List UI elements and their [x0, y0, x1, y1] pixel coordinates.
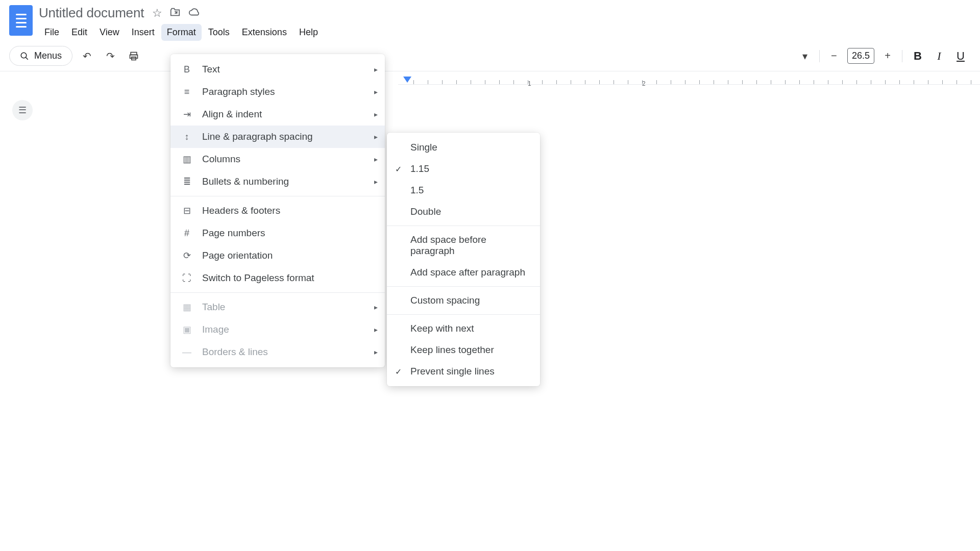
borders-lines-icon: — [181, 347, 193, 358]
menu-format[interactable]: Format [161, 24, 202, 41]
menu-item-label: Double [410, 206, 441, 217]
menu-item-1-15[interactable]: ✓1.15 [387, 158, 540, 180]
paragraph-styles-icon: ≡ [181, 87, 193, 97]
undo-button[interactable]: ↶ [78, 47, 96, 65]
zoom-value[interactable]: 26.5 [847, 48, 874, 64]
menu-edit[interactable]: Edit [66, 24, 93, 41]
menu-item-switch-to-pageless-format[interactable]: ⛶Switch to Pageless format [170, 267, 385, 289]
menu-item-prevent-single-lines[interactable]: ✓Prevent single lines [387, 361, 540, 382]
menu-item-columns[interactable]: ▥Columns▸ [170, 148, 385, 170]
menu-item-label: Text [202, 64, 220, 75]
menu-item-add-space-before-paragraph[interactable]: Add space before paragraph [387, 229, 540, 262]
menu-item-borders-lines: —Borders & lines▸ [170, 341, 385, 363]
menu-item-label: 1.15 [410, 163, 429, 174]
menu-item-line-paragraph-spacing[interactable]: ↕Line & paragraph spacing▸ [170, 126, 385, 148]
menubar: FileEditViewInsertFormatToolsExtensionsH… [39, 24, 324, 41]
star-icon[interactable]: ☆ [152, 7, 162, 20]
svg-rect-2 [130, 55, 138, 58]
page-orientation-icon: ⟳ [181, 250, 193, 261]
menu-item-1-5[interactable]: 1.5 [387, 180, 540, 201]
title-area: Untitled document ☆ FileEditViewInsertFo… [39, 5, 324, 41]
menu-item-headers-footers[interactable]: ⊟Headers & footers [170, 199, 385, 222]
align-indent-icon: ⇥ [181, 109, 193, 120]
menu-item-label: Paragraph styles [202, 86, 275, 97]
menu-extensions[interactable]: Extensions [236, 24, 292, 41]
chevron-right-icon: ▸ [374, 88, 378, 96]
menu-item-double[interactable]: Double [387, 201, 540, 222]
pageless-icon: ⛶ [181, 273, 193, 284]
dropdown-caret-icon[interactable]: ▾ [796, 47, 814, 65]
toolbar: Menus ↶ ↷ ▾ − 26.5 + B I U [0, 41, 980, 71]
search-menus[interactable]: Menus [9, 46, 72, 66]
zoom-in-button[interactable]: + [878, 47, 897, 65]
app-header: Untitled document ☆ FileEditViewInsertFo… [0, 0, 980, 41]
menu-item-keep-with-next[interactable]: Keep with next [387, 318, 540, 339]
menu-item-label: Page orientation [202, 250, 273, 261]
menu-item-label: Single [410, 142, 437, 153]
zoom-out-button[interactable]: − [825, 47, 843, 65]
menu-item-label: Columns [202, 154, 240, 165]
menu-help[interactable]: Help [293, 24, 324, 41]
chevron-right-icon: ▸ [374, 303, 378, 311]
menu-item-align-indent[interactable]: ⇥Align & indent▸ [170, 103, 385, 126]
print-button[interactable] [125, 47, 143, 65]
menu-item-label: Add space after paragraph [410, 267, 525, 278]
outline-toggle-button[interactable]: ☰ [12, 100, 33, 120]
line-spacing-icon: ↕ [181, 132, 193, 142]
menu-item-label: Table [202, 302, 225, 313]
image-icon: ▣ [181, 324, 193, 335]
menu-item-page-orientation[interactable]: ⟳Page orientation [170, 244, 385, 267]
menu-insert[interactable]: Insert [126, 24, 160, 41]
headers-footers-icon: ⊟ [181, 205, 193, 216]
redo-button[interactable]: ↷ [101, 47, 119, 65]
menu-item-paragraph-styles[interactable]: ≡Paragraph styles▸ [170, 81, 385, 103]
bold-icon: B [181, 64, 193, 75]
menu-item-add-space-after-paragraph[interactable]: Add space after paragraph [387, 262, 540, 283]
search-icon [20, 52, 29, 61]
menu-item-label: Keep lines together [410, 344, 494, 356]
horizontal-ruler[interactable]: 12 [398, 71, 980, 85]
menu-item-page-numbers[interactable]: #Page numbers [170, 222, 385, 244]
chevron-right-icon: ▸ [374, 110, 378, 118]
menu-item-keep-lines-together[interactable]: Keep lines together [387, 339, 540, 361]
page-numbers-icon: # [181, 228, 193, 239]
search-menus-label: Menus [34, 51, 62, 61]
chevron-right-icon: ▸ [374, 155, 378, 163]
underline-button[interactable]: U [950, 49, 971, 63]
menu-item-label: 1.5 [410, 185, 424, 196]
bullets-numbering-icon: ≣ [181, 176, 193, 187]
chevron-right-icon: ▸ [374, 325, 378, 334]
chevron-right-icon: ▸ [374, 348, 378, 356]
menu-item-label: Align & indent [202, 109, 262, 120]
menu-item-single[interactable]: Single [387, 137, 540, 158]
cloud-status-icon[interactable] [188, 7, 200, 20]
menu-item-text[interactable]: BText▸ [170, 58, 385, 81]
menu-item-label: Prevent single lines [410, 366, 495, 377]
line-spacing-menu: Single✓1.151.5DoubleAdd space before par… [387, 133, 540, 386]
columns-icon: ▥ [181, 154, 193, 165]
italic-button[interactable]: I [929, 49, 949, 63]
menu-file[interactable]: File [39, 24, 65, 41]
check-icon: ✓ [395, 164, 402, 174]
menu-item-image: ▣Image▸ [170, 318, 385, 341]
menu-item-bullets-numbering[interactable]: ≣Bullets & numbering▸ [170, 170, 385, 193]
menu-item-label: Keep with next [410, 323, 474, 334]
menu-item-custom-spacing[interactable]: Custom spacing [387, 290, 540, 311]
menu-tools[interactable]: Tools [203, 24, 235, 41]
move-icon[interactable] [169, 7, 181, 20]
format-menu: BText▸≡Paragraph styles▸⇥Align & indent▸… [170, 54, 385, 367]
menu-item-label: Custom spacing [410, 295, 480, 306]
docs-logo[interactable] [9, 5, 33, 36]
document-title[interactable]: Untitled document [39, 5, 144, 21]
menu-item-label: Page numbers [202, 228, 265, 239]
menu-item-label: Line & paragraph spacing [202, 131, 313, 142]
menu-item-table: ▦Table▸ [170, 296, 385, 318]
table-icon: ▦ [181, 302, 193, 313]
bold-button[interactable]: B [908, 49, 928, 63]
menu-item-label: Headers & footers [202, 205, 280, 216]
menu-view[interactable]: View [94, 24, 125, 41]
menu-item-label: Switch to Pageless format [202, 272, 314, 284]
menu-item-label: Add space before paragraph [410, 234, 530, 257]
chevron-right-icon: ▸ [374, 178, 378, 186]
chevron-right-icon: ▸ [374, 65, 378, 73]
